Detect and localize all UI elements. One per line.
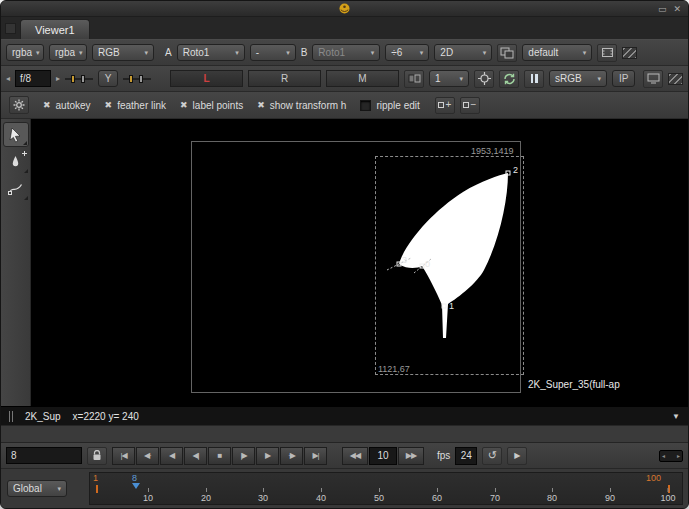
roto-shape[interactable] [31, 119, 688, 406]
b-input-value: Roto1 [318, 47, 345, 58]
display-channels-value: RGB [98, 47, 120, 58]
autokey-label: autokey [56, 100, 91, 111]
frame-increment-input[interactable] [369, 447, 397, 465]
a-input-value: Roto1 [183, 47, 210, 58]
gamma-y-toggle[interactable]: Y [98, 70, 118, 87]
ripple-edit-checkbox[interactable] [360, 100, 371, 111]
play-backward-button[interactable]: ◀ [160, 447, 183, 465]
add-point-label: + [445, 100, 451, 110]
input-process-toggle[interactable]: IP [612, 70, 635, 87]
view-mode-dropdown[interactable]: 2D ▾ [434, 44, 492, 61]
pane-menu-button[interactable] [5, 23, 16, 34]
proxy-scale-dropdown[interactable]: ÷6 ▾ [385, 44, 429, 61]
zoom-fit-icon[interactable] [597, 44, 617, 62]
range-start-tick[interactable] [96, 485, 98, 493]
step-forward-button[interactable]: |▶ [232, 447, 255, 465]
bbox-bottom-left-coordinate: 1121,67 [378, 364, 410, 374]
label-points-label: label points [193, 100, 244, 111]
statusbar-menu-icon[interactable]: ▼ [672, 412, 680, 421]
range-start-label[interactable]: 1 [93, 473, 98, 483]
label-points-toggle[interactable]: ✖ label points [180, 100, 243, 111]
curve-tool-button[interactable] [3, 176, 29, 201]
chevron-down-icon: ▾ [598, 75, 602, 83]
right-view-label: R [281, 73, 288, 84]
bezier-pen-tool-button[interactable] [3, 149, 29, 174]
cursor-icon [8, 127, 23, 143]
gain-spin-right-icon[interactable]: ▸ [56, 74, 60, 83]
frame-range-dropdown[interactable]: Global ▾ [7, 480, 67, 497]
gain-slider[interactable] [65, 73, 93, 85]
add-point-button[interactable]: + [435, 97, 455, 114]
pane-float-icon[interactable]: ▭ [658, 2, 667, 16]
viewer-process-dropdown[interactable]: default ▾ [522, 44, 592, 61]
channels-a-dropdown[interactable]: rgba ▾ [6, 44, 44, 61]
roi-crosshair-icon[interactable] [474, 70, 494, 88]
roto-settings-gear-icon[interactable] [9, 96, 29, 114]
point-label-0: 0 [425, 259, 430, 269]
pause-render-icon[interactable] [524, 70, 544, 88]
gain-field[interactable]: f/8 [15, 70, 51, 87]
split-compare-icon[interactable] [404, 70, 424, 88]
prev-keyframe-button[interactable]: ◀· [136, 447, 159, 465]
autokey-toggle[interactable]: ✖ autokey [43, 100, 91, 111]
submenu-corner-icon [24, 169, 28, 173]
bbox-top-right-coordinate: 1953,1419 [471, 146, 514, 156]
select-tool-button[interactable] [3, 122, 29, 147]
fps-label: fps [437, 450, 450, 461]
viewer-canvas[interactable]: 0 1 2 3 1953,1419 1121,67 2K_Super_35(fu… [31, 119, 688, 406]
b-input-dropdown[interactable]: Roto1 ▾ [312, 44, 380, 61]
pane-close-icon[interactable]: ✕ [673, 2, 681, 16]
channels-b-dropdown[interactable]: rgba ▾ [49, 44, 87, 61]
goto-end-button[interactable]: ▶| [304, 447, 327, 465]
frame-mini-scroller[interactable]: ◂ ▸ [659, 450, 683, 462]
display-channels-dropdown[interactable]: RGB ▾ [92, 44, 154, 61]
step-back-button[interactable]: ◀| [184, 447, 207, 465]
wipe-mask-icon[interactable] [622, 47, 637, 59]
play-range-button[interactable]: ▶ [507, 447, 527, 465]
x-mark-icon: ✖ [257, 100, 265, 110]
checker-background-icon[interactable] [668, 73, 683, 85]
feather-link-toggle[interactable]: ✖ feather link [105, 100, 166, 111]
stereo-views-icon[interactable] [497, 44, 517, 62]
fps-input[interactable] [455, 447, 477, 465]
layer-value: 1 [435, 73, 441, 84]
goto-start-button[interactable]: |◀ [112, 447, 135, 465]
current-frame-label[interactable]: 8 [132, 473, 137, 483]
chevron-down-icon: ▾ [36, 49, 40, 57]
range-end-label[interactable]: 100 [646, 473, 661, 483]
remove-point-button[interactable]: − [460, 97, 480, 114]
channels-a-value: rgba [12, 47, 32, 58]
left-view-button[interactable]: L [170, 70, 243, 87]
colorspace-dropdown[interactable]: sRGB ▾ [549, 70, 607, 87]
layer-dropdown[interactable]: 1 ▾ [429, 70, 469, 87]
gamma-slider[interactable] [123, 73, 151, 85]
ruler-tick-100: 100 [660, 488, 675, 503]
monitor-output-icon[interactable] [643, 70, 663, 88]
ripple-edit-toggle[interactable]: ripple edit [360, 100, 419, 111]
point-label-1: 1 [449, 301, 454, 311]
right-view-button[interactable]: R [248, 70, 321, 87]
loop-mode-button[interactable]: ↺ [482, 447, 502, 465]
gamma-y-label: Y [105, 73, 112, 84]
viewer-status-bar: 2K_Sup x=2220 y= 240 ▼ [1, 406, 688, 425]
gain-spin-left-icon[interactable]: ◂ [6, 74, 10, 83]
playhead-marker[interactable] [132, 483, 140, 489]
tab-viewer1[interactable]: Viewer1 [20, 19, 90, 39]
jump-back-button[interactable]: ◀◀ [342, 447, 368, 465]
current-frame-input[interactable] [6, 447, 82, 464]
a-input-dropdown[interactable]: Roto1 ▾ [177, 44, 245, 61]
lock-range-button[interactable] [87, 447, 107, 465]
stop-button[interactable]: ■ [208, 447, 231, 465]
next-keyframe-button[interactable]: ·▶ [280, 447, 303, 465]
play-forward-button[interactable]: ▶ [256, 447, 279, 465]
mono-view-button[interactable]: M [326, 70, 399, 87]
refresh-render-icon[interactable] [499, 70, 519, 88]
timeline-ruler[interactable]: 1 8 100 10 20 30 40 50 60 70 80 90 100 [89, 472, 683, 505]
left-view-label: L [203, 73, 209, 84]
ruler-tick-60: 60 [432, 488, 442, 503]
chevron-down-icon: ▾ [235, 49, 239, 57]
jump-forward-button[interactable]: ▶▶ [398, 447, 424, 465]
wipe-mode-dropdown[interactable]: - ▾ [250, 44, 296, 61]
play-forward-icon: ▶ [265, 451, 270, 460]
show-transform-handles-toggle[interactable]: ✖ show transform h [257, 100, 346, 111]
